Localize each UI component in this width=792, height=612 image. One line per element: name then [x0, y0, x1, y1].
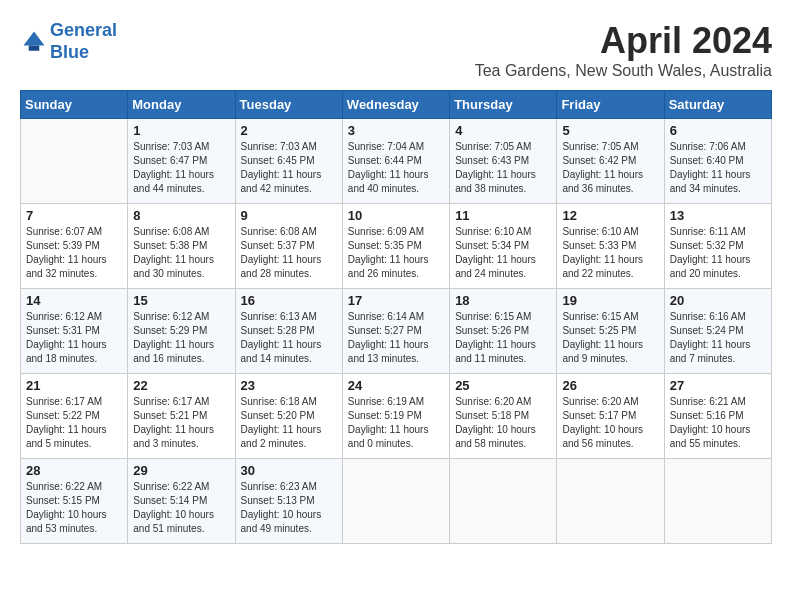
- day-number: 30: [241, 463, 337, 478]
- day-info: Sunrise: 6:16 AMSunset: 5:24 PMDaylight:…: [670, 310, 766, 366]
- logo: General Blue: [20, 20, 117, 63]
- calendar-cell: [342, 459, 449, 544]
- logo-blue: Blue: [50, 42, 89, 62]
- calendar-cell: 18Sunrise: 6:15 AMSunset: 5:26 PMDayligh…: [450, 289, 557, 374]
- calendar-table: SundayMondayTuesdayWednesdayThursdayFrid…: [20, 90, 772, 544]
- weekday-header-row: SundayMondayTuesdayWednesdayThursdayFrid…: [21, 91, 772, 119]
- calendar-week-2: 7Sunrise: 6:07 AMSunset: 5:39 PMDaylight…: [21, 204, 772, 289]
- day-info: Sunrise: 6:15 AMSunset: 5:26 PMDaylight:…: [455, 310, 551, 366]
- calendar-cell: 19Sunrise: 6:15 AMSunset: 5:25 PMDayligh…: [557, 289, 664, 374]
- calendar-week-1: 1Sunrise: 7:03 AMSunset: 6:47 PMDaylight…: [21, 119, 772, 204]
- day-info: Sunrise: 6:08 AMSunset: 5:38 PMDaylight:…: [133, 225, 229, 281]
- calendar-cell: [21, 119, 128, 204]
- location-title: Tea Gardens, New South Wales, Australia: [475, 62, 772, 80]
- day-number: 4: [455, 123, 551, 138]
- calendar-week-5: 28Sunrise: 6:22 AMSunset: 5:15 PMDayligh…: [21, 459, 772, 544]
- calendar-cell: 26Sunrise: 6:20 AMSunset: 5:17 PMDayligh…: [557, 374, 664, 459]
- day-number: 2: [241, 123, 337, 138]
- day-number: 29: [133, 463, 229, 478]
- calendar-cell: [450, 459, 557, 544]
- calendar-week-4: 21Sunrise: 6:17 AMSunset: 5:22 PMDayligh…: [21, 374, 772, 459]
- svg-rect-2: [29, 45, 40, 50]
- calendar-cell: 6Sunrise: 7:06 AMSunset: 6:40 PMDaylight…: [664, 119, 771, 204]
- day-number: 24: [348, 378, 444, 393]
- day-number: 5: [562, 123, 658, 138]
- day-number: 19: [562, 293, 658, 308]
- day-number: 6: [670, 123, 766, 138]
- day-number: 3: [348, 123, 444, 138]
- calendar-cell: 14Sunrise: 6:12 AMSunset: 5:31 PMDayligh…: [21, 289, 128, 374]
- day-info: Sunrise: 6:08 AMSunset: 5:37 PMDaylight:…: [241, 225, 337, 281]
- day-number: 25: [455, 378, 551, 393]
- day-info: Sunrise: 7:05 AMSunset: 6:43 PMDaylight:…: [455, 140, 551, 196]
- day-number: 13: [670, 208, 766, 223]
- day-number: 14: [26, 293, 122, 308]
- calendar-cell: 12Sunrise: 6:10 AMSunset: 5:33 PMDayligh…: [557, 204, 664, 289]
- weekday-header-wednesday: Wednesday: [342, 91, 449, 119]
- day-info: Sunrise: 6:07 AMSunset: 5:39 PMDaylight:…: [26, 225, 122, 281]
- weekday-header-tuesday: Tuesday: [235, 91, 342, 119]
- weekday-header-sunday: Sunday: [21, 91, 128, 119]
- calendar-cell: 17Sunrise: 6:14 AMSunset: 5:27 PMDayligh…: [342, 289, 449, 374]
- page-header: General Blue April 2024 Tea Gardens, New…: [20, 20, 772, 80]
- day-number: 28: [26, 463, 122, 478]
- day-info: Sunrise: 6:15 AMSunset: 5:25 PMDaylight:…: [562, 310, 658, 366]
- calendar-cell: 2Sunrise: 7:03 AMSunset: 6:45 PMDaylight…: [235, 119, 342, 204]
- day-info: Sunrise: 6:23 AMSunset: 5:13 PMDaylight:…: [241, 480, 337, 536]
- calendar-cell: 21Sunrise: 6:17 AMSunset: 5:22 PMDayligh…: [21, 374, 128, 459]
- day-number: 20: [670, 293, 766, 308]
- day-info: Sunrise: 6:09 AMSunset: 5:35 PMDaylight:…: [348, 225, 444, 281]
- title-block: April 2024 Tea Gardens, New South Wales,…: [475, 20, 772, 80]
- day-number: 15: [133, 293, 229, 308]
- calendar-cell: 28Sunrise: 6:22 AMSunset: 5:15 PMDayligh…: [21, 459, 128, 544]
- day-info: Sunrise: 6:12 AMSunset: 5:29 PMDaylight:…: [133, 310, 229, 366]
- calendar-cell: 1Sunrise: 7:03 AMSunset: 6:47 PMDaylight…: [128, 119, 235, 204]
- calendar-cell: 22Sunrise: 6:17 AMSunset: 5:21 PMDayligh…: [128, 374, 235, 459]
- calendar-cell: 8Sunrise: 6:08 AMSunset: 5:38 PMDaylight…: [128, 204, 235, 289]
- day-info: Sunrise: 6:22 AMSunset: 5:14 PMDaylight:…: [133, 480, 229, 536]
- day-info: Sunrise: 6:13 AMSunset: 5:28 PMDaylight:…: [241, 310, 337, 366]
- day-info: Sunrise: 7:05 AMSunset: 6:42 PMDaylight:…: [562, 140, 658, 196]
- day-info: Sunrise: 6:10 AMSunset: 5:33 PMDaylight:…: [562, 225, 658, 281]
- day-number: 12: [562, 208, 658, 223]
- day-number: 17: [348, 293, 444, 308]
- calendar-cell: 20Sunrise: 6:16 AMSunset: 5:24 PMDayligh…: [664, 289, 771, 374]
- calendar-cell: 29Sunrise: 6:22 AMSunset: 5:14 PMDayligh…: [128, 459, 235, 544]
- calendar-cell: 23Sunrise: 6:18 AMSunset: 5:20 PMDayligh…: [235, 374, 342, 459]
- calendar-cell: 7Sunrise: 6:07 AMSunset: 5:39 PMDaylight…: [21, 204, 128, 289]
- calendar-cell: 5Sunrise: 7:05 AMSunset: 6:42 PMDaylight…: [557, 119, 664, 204]
- day-info: Sunrise: 6:17 AMSunset: 5:21 PMDaylight:…: [133, 395, 229, 451]
- calendar-cell: 3Sunrise: 7:04 AMSunset: 6:44 PMDaylight…: [342, 119, 449, 204]
- month-title: April 2024: [475, 20, 772, 62]
- day-info: Sunrise: 6:17 AMSunset: 5:22 PMDaylight:…: [26, 395, 122, 451]
- day-number: 23: [241, 378, 337, 393]
- day-number: 7: [26, 208, 122, 223]
- calendar-cell: 16Sunrise: 6:13 AMSunset: 5:28 PMDayligh…: [235, 289, 342, 374]
- calendar-cell: 9Sunrise: 6:08 AMSunset: 5:37 PMDaylight…: [235, 204, 342, 289]
- day-number: 21: [26, 378, 122, 393]
- calendar-cell: 13Sunrise: 6:11 AMSunset: 5:32 PMDayligh…: [664, 204, 771, 289]
- day-info: Sunrise: 7:06 AMSunset: 6:40 PMDaylight:…: [670, 140, 766, 196]
- day-info: Sunrise: 6:20 AMSunset: 5:18 PMDaylight:…: [455, 395, 551, 451]
- day-info: Sunrise: 6:11 AMSunset: 5:32 PMDaylight:…: [670, 225, 766, 281]
- calendar-cell: 25Sunrise: 6:20 AMSunset: 5:18 PMDayligh…: [450, 374, 557, 459]
- day-info: Sunrise: 7:03 AMSunset: 6:45 PMDaylight:…: [241, 140, 337, 196]
- svg-marker-1: [24, 31, 45, 45]
- calendar-cell: 30Sunrise: 6:23 AMSunset: 5:13 PMDayligh…: [235, 459, 342, 544]
- calendar-cell: 15Sunrise: 6:12 AMSunset: 5:29 PMDayligh…: [128, 289, 235, 374]
- day-number: 18: [455, 293, 551, 308]
- day-number: 8: [133, 208, 229, 223]
- day-number: 22: [133, 378, 229, 393]
- calendar-week-3: 14Sunrise: 6:12 AMSunset: 5:31 PMDayligh…: [21, 289, 772, 374]
- day-number: 26: [562, 378, 658, 393]
- day-number: 27: [670, 378, 766, 393]
- day-number: 9: [241, 208, 337, 223]
- calendar-cell: [664, 459, 771, 544]
- day-info: Sunrise: 6:10 AMSunset: 5:34 PMDaylight:…: [455, 225, 551, 281]
- day-info: Sunrise: 7:04 AMSunset: 6:44 PMDaylight:…: [348, 140, 444, 196]
- day-info: Sunrise: 6:19 AMSunset: 5:19 PMDaylight:…: [348, 395, 444, 451]
- weekday-header-friday: Friday: [557, 91, 664, 119]
- weekday-header-monday: Monday: [128, 91, 235, 119]
- day-number: 1: [133, 123, 229, 138]
- calendar-cell: 11Sunrise: 6:10 AMSunset: 5:34 PMDayligh…: [450, 204, 557, 289]
